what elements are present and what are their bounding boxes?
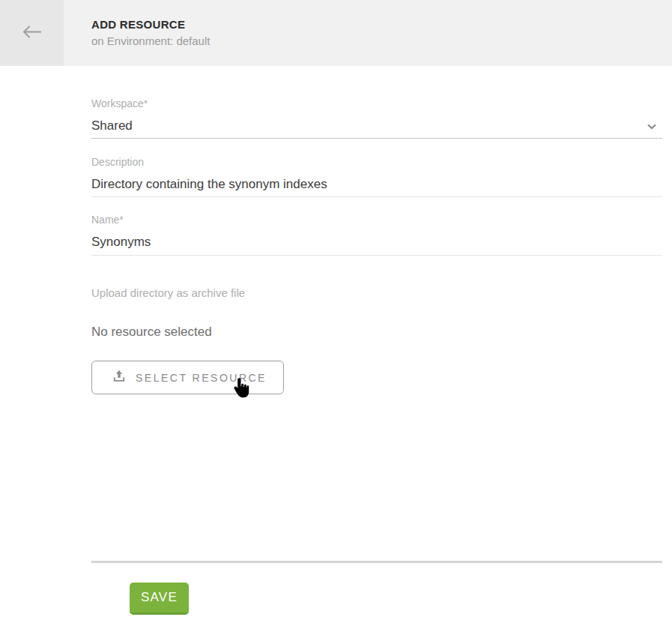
description-label: Description xyxy=(91,157,662,167)
description-field: Description xyxy=(91,157,662,197)
select-resource-button-label: SELECT RESOURCE xyxy=(136,372,267,384)
name-label: Name* xyxy=(91,214,662,225)
workspace-label: Workspace* xyxy=(91,98,662,109)
name-field: Name* xyxy=(91,214,662,256)
workspace-select[interactable]: Shared xyxy=(91,118,662,139)
name-input[interactable] xyxy=(91,235,662,256)
add-resource-form: Workspace* Shared Description Name* Uplo… xyxy=(0,98,672,615)
upload-section-label: Upload directory as archive file xyxy=(91,287,662,299)
description-input[interactable] xyxy=(91,177,662,197)
header: ADD RESOURCE on Environment: default xyxy=(0,0,672,66)
section-divider xyxy=(91,561,662,563)
chevron-down-icon xyxy=(647,119,656,133)
workspace-selected-value: Shared xyxy=(91,118,133,133)
select-resource-button[interactable]: SELECT RESOURCE xyxy=(91,361,284,394)
save-button-label: SAVE xyxy=(141,590,178,605)
upload-status-text: No resource selected xyxy=(91,325,662,340)
page-subtitle: on Environment: default xyxy=(91,34,210,48)
header-text: ADD RESOURCE on Environment: default xyxy=(64,0,210,66)
back-button[interactable] xyxy=(0,0,64,66)
save-button[interactable]: SAVE xyxy=(130,583,189,615)
upload-icon xyxy=(112,369,127,386)
back-arrow-icon xyxy=(22,25,42,42)
workspace-field: Workspace* Shared xyxy=(91,98,662,139)
page-title: ADD RESOURCE xyxy=(91,18,210,31)
